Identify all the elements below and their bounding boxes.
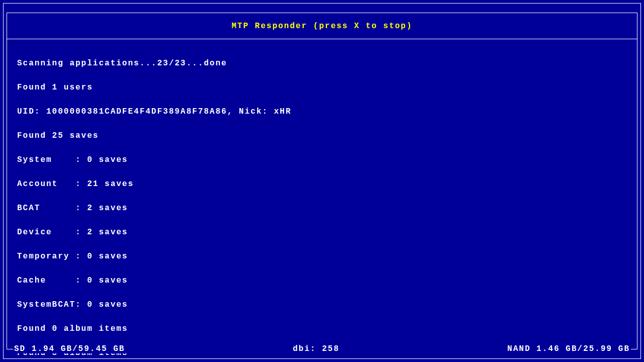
log-line: BCAT : 2 saves xyxy=(17,204,627,212)
log-line: UID: 1000000381CADFE4F4DF389A8F78A86, Ni… xyxy=(17,108,627,116)
log-line: Found 1 users xyxy=(17,83,627,92)
log-line: Account : 21 saves xyxy=(17,180,627,188)
log-line: Found 0 album items xyxy=(17,325,627,333)
main-panel: MTP Responder (press X to stop) Scanning… xyxy=(7,13,637,349)
log-output: Scanning applications...23/23...done Fou… xyxy=(17,43,627,362)
log-line: Temporary : 0 saves xyxy=(17,252,627,260)
sd-status: SD 1.94 GB/59.45 GB xyxy=(13,344,126,353)
nand-status: NAND 1.46 GB/25.99 GB xyxy=(506,344,631,353)
outer-frame: MTP Responder (press X to stop) Scanning… xyxy=(3,3,641,359)
log-line: Scanning applications...23/23...done xyxy=(17,59,627,67)
window-title: MTP Responder (press X to stop) xyxy=(231,22,413,31)
log-line: Cache : 0 saves xyxy=(17,277,627,285)
log-line: Found 25 saves xyxy=(17,132,627,140)
log-line: Device : 2 saves xyxy=(17,228,627,236)
status-bar: SD 1.94 GB/59.45 GB dbi: 258 NAND 1.46 G… xyxy=(13,344,631,353)
log-line: SystemBCAT: 0 saves xyxy=(17,301,627,309)
titlebar: MTP Responder (press X to stop) xyxy=(7,13,637,39)
log-line: System : 0 saves xyxy=(17,156,627,164)
dbi-version: dbi: 258 xyxy=(292,344,341,353)
